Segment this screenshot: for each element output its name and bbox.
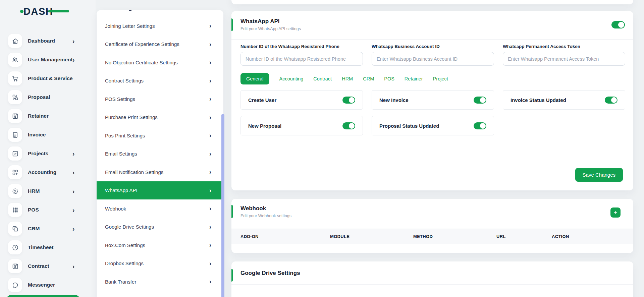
chevron-right-icon: › (72, 151, 74, 157)
table-column-header: ACTION (552, 234, 633, 239)
settings-nav-list: Joining Letter Settings › Certificate of… (97, 10, 223, 291)
settings-nav-item[interactable]: Pos Print Settings › (97, 126, 223, 145)
sidebar-item-label: Dashboard (28, 38, 55, 44)
settings-nav-item[interactable]: POS Settings › (97, 90, 223, 108)
text-input[interactable] (372, 52, 494, 66)
notification-toggle-card: New Proposal (240, 116, 363, 135)
tab-label: HRM (342, 76, 353, 81)
google-drive-card: Google Drive Settings (231, 261, 633, 297)
table-column-header: URL (496, 234, 552, 239)
card-footer: Save Changes (231, 159, 633, 190)
settings-nav-item[interactable]: Joining Letter Settings › (97, 17, 223, 35)
whatsapp-enabled-toggle[interactable] (611, 21, 625, 28)
chevron-right-icon: › (209, 242, 211, 248)
save-button[interactable]: Save Changes (575, 168, 623, 182)
sidebar-item-icon (8, 240, 22, 254)
sidebar-item[interactable]: Contract › (0, 257, 96, 276)
tab[interactable]: Accounting (279, 73, 304, 84)
sidebar-item-label: HRM (28, 188, 40, 194)
notification-toggle-card: New Invoice (372, 90, 494, 110)
chevron-right-icon: › (209, 114, 211, 120)
toggle-label: Proposal Status Updated (379, 123, 439, 129)
sidebar-item[interactable]: Product & Service › (0, 69, 96, 88)
toggle-switch[interactable] (342, 122, 355, 129)
tab[interactable]: Retainer (405, 73, 423, 84)
table-column-header: MODULE (330, 234, 413, 239)
chevron-right-icon: › (209, 41, 211, 47)
tab[interactable]: HRM (342, 73, 353, 84)
settings-nav-item[interactable]: Certificate of Experience Settings › (97, 35, 223, 54)
chevron-right-icon: › (72, 57, 74, 63)
sidebar-item[interactable]: Messenger › (0, 276, 96, 294)
card-subtitle: Edit your WhatsApp API settings (240, 26, 624, 31)
notification-toggle-card: Proposal Status Updated (372, 116, 494, 135)
chevron-right-icon: › (72, 207, 74, 213)
sidebar-item-label: Messenger (28, 282, 55, 288)
tab[interactable]: Project (433, 73, 448, 84)
settings-nav-item[interactable]: Purchase Print Settings › (97, 108, 223, 127)
settings-nav-item[interactable]: Google Drive Settings › (97, 218, 223, 236)
card-title: Webhook (240, 205, 624, 212)
sidebar-item-icon (8, 222, 22, 236)
previous-card-partial (231, 0, 633, 4)
tab[interactable]: Contract (313, 73, 332, 84)
settings-scrollbar-thumb[interactable] (221, 114, 224, 297)
settings-nav-item[interactable]: WhatsApp API › (97, 181, 223, 200)
sidebar-item[interactable]: Timesheet › (0, 238, 96, 257)
toggle-switch[interactable] (605, 97, 618, 104)
sidebar-item-icon (8, 259, 22, 273)
toggle-switch[interactable] (342, 97, 355, 104)
sidebar-item-label: Accounting (28, 169, 56, 175)
sidebar-item[interactable]: Proposal › (0, 88, 96, 107)
form-field: Whatsapp Business Account ID (372, 44, 494, 66)
settings-nav-item[interactable]: Dropbox Settings › (97, 254, 223, 273)
settings-nav-item-label: Pos Print Settings (105, 133, 209, 138)
sidebar-item[interactable]: CRM › (0, 219, 96, 238)
toggle-switch[interactable] (474, 122, 486, 129)
settings-nav-item[interactable]: Contract Settings › (97, 72, 223, 90)
sidebar-item-icon (8, 34, 22, 48)
clipped-list-item-fragment (129, 10, 131, 11)
tab[interactable]: CRM (363, 73, 374, 84)
sidebar-item[interactable]: POS › (0, 200, 96, 219)
sidebar-item[interactable]: Retainer › (0, 107, 96, 125)
sidebar-item-icon (8, 203, 22, 217)
field-label: Whatsapp Permanent Access Token (503, 44, 625, 49)
chevron-right-icon: › (72, 169, 74, 176)
settings-nav-item[interactable]: Email Notification Settings › (97, 163, 223, 181)
tab-label: Accounting (279, 76, 304, 81)
sidebar-item[interactable]: Accounting › (0, 163, 96, 182)
tab-label: Project (433, 76, 448, 81)
settings-nav-item-label: Google Drive Settings (105, 224, 209, 230)
settings-nav-item[interactable]: Email Settings › (97, 145, 223, 163)
bottom-pill-button[interactable] (6, 295, 80, 297)
settings-nav-item[interactable]: Bank Transfer › (97, 273, 223, 291)
settings-nav-item[interactable]: Webhook › (97, 199, 223, 218)
chevron-right-icon: › (209, 78, 211, 84)
chevron-right-icon: › (209, 224, 211, 230)
add-webhook-button[interactable]: + (610, 207, 621, 218)
sidebar-item-label: Projects (28, 151, 48, 157)
sidebar-item[interactable]: User Management › (0, 50, 96, 69)
text-input[interactable] (240, 52, 363, 66)
settings-nav-item[interactable]: No Objection Certificate Settings › (97, 53, 223, 72)
table-column-header: METHOD (413, 234, 496, 239)
sidebar-item[interactable]: HRM › (0, 182, 96, 200)
text-input[interactable] (503, 52, 625, 66)
dash-logo: DASH (19, 5, 70, 18)
sidebar-item[interactable]: Projects › (0, 144, 96, 163)
tab[interactable]: General (240, 73, 269, 84)
tab-label: Contract (313, 76, 332, 81)
divider (231, 284, 633, 285)
sidebar-item[interactable]: Dashboard › (0, 32, 96, 50)
sidebar-item-icon (8, 90, 22, 104)
webhook-table-header: ADD-ONMODULEMETHODURLACTION (231, 229, 633, 244)
settings-nav-item-label: Contract Settings (105, 78, 209, 83)
settings-nav-item-label: POS Settings (105, 96, 209, 102)
sidebar-item-label: Invoice (28, 132, 46, 138)
sidebar-item[interactable]: Invoice › (0, 125, 96, 144)
settings-nav-item[interactable]: Box.Com Settings › (97, 236, 223, 254)
tab[interactable]: POS (384, 73, 394, 84)
settings-nav-item-label: Certificate of Experience Settings (105, 41, 209, 47)
toggle-switch[interactable] (474, 97, 486, 104)
